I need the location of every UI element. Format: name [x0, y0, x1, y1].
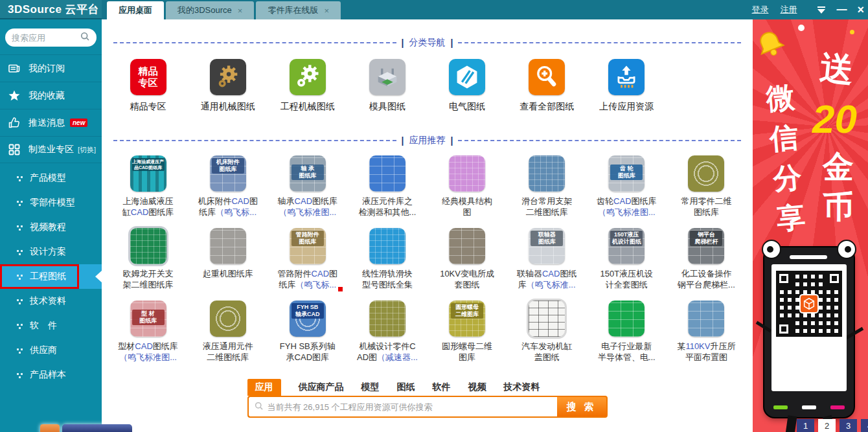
- app-tile-10[interactable]: 管路附件 图纸库管路附件CAD图纸库（鸣飞标...: [268, 228, 347, 290]
- app-tile-0[interactable]: 上海油威液压产 品CAD图纸库上海油威液压缸CAD图纸库: [108, 155, 188, 218]
- app-icon: 管路附件 图纸库: [290, 228, 326, 264]
- app-label-line1: 滑台常用支架: [521, 196, 572, 207]
- pagination-page-1[interactable]: 1: [797, 419, 814, 432]
- collapse-icon[interactable]: [817, 6, 825, 14]
- sidebar-sub-item-2[interactable]: 视频教程: [0, 215, 102, 240]
- electric-icon: [449, 59, 485, 95]
- app-tile-7[interactable]: 常用零件二维图纸库: [667, 155, 746, 218]
- app-tile-5[interactable]: 滑台常用支架二维图纸库: [507, 155, 587, 218]
- sidebar-item-label: 制造业专区: [29, 144, 74, 155]
- minimize-icon[interactable]: —: [836, 4, 846, 16]
- search-input[interactable]: [268, 402, 552, 412]
- sidebar-sub-item-3[interactable]: 设计方案: [0, 240, 102, 264]
- app-tile-16[interactable]: 型 材 图纸库型材CAD图纸库（鸣飞标准图...: [108, 301, 188, 363]
- register-link[interactable]: 注册: [780, 4, 797, 16]
- search-tab-5[interactable]: 视频: [468, 381, 486, 393]
- app-tile-18[interactable]: FYH SB 轴承CADFYH SB系列轴承CAD图库: [268, 301, 347, 363]
- sidebar-sub-item-0[interactable]: 产品模型: [0, 166, 102, 190]
- search-tab-1[interactable]: 供应商产品: [299, 381, 344, 393]
- app-tile-23[interactable]: 某110KV升压所平面布置图: [667, 301, 746, 363]
- app-label: 圆形螺母二维图库: [442, 341, 492, 363]
- app-icon: 齿 轮 图纸库: [608, 155, 645, 192]
- app-tile-21[interactable]: 汽车发动机缸盖图纸: [507, 301, 587, 363]
- sidebar-item-2[interactable]: 推送消息new: [0, 109, 102, 136]
- sidebar-item-0[interactable]: 我的订阅: [0, 54, 102, 82]
- confetti-dot: [798, 25, 805, 31]
- app-tile-15[interactable]: 钢平台 爬梯栏杆化工设备操作钢平台爬梯栏...: [667, 228, 746, 290]
- sidebar-sub-item-5[interactable]: 技术资料: [0, 289, 102, 313]
- app-tile-2[interactable]: 轴 承 图纸库轴承CAD图纸库（鸣飞标准图...: [268, 155, 347, 218]
- sidebar-search-input[interactable]: [12, 33, 80, 43]
- app-tile-19[interactable]: 机械设计零件CAD图（减速器...: [347, 301, 427, 363]
- app-label-line2: 图库: [442, 352, 492, 363]
- app-label-line2: 库（鸣飞标准...: [517, 279, 577, 290]
- premium-icon: 精品 专区: [130, 59, 166, 95]
- app-icon: 上海油威液压产 品CAD图纸库: [130, 155, 166, 192]
- category-item-0[interactable]: 精品 专区精品专区: [108, 59, 188, 113]
- app-tile-4[interactable]: 经典模具结构图: [428, 155, 507, 218]
- close-icon[interactable]: ×: [857, 3, 864, 17]
- category-item-2[interactable]: 工程机械图纸: [268, 59, 347, 113]
- category-item-1[interactable]: 通用机械图纸: [188, 59, 268, 113]
- tab-close-icon[interactable]: ×: [238, 6, 243, 16]
- app-label: 150T液压机设计全套图纸: [600, 268, 653, 290]
- login-link[interactable]: 登录: [751, 4, 768, 16]
- app-tile-14[interactable]: 150T液压 机设计图纸150T液压机设计全套图纸: [587, 228, 667, 290]
- app-tile-13[interactable]: 联轴器 图纸库联轴器CAD图纸库（鸣飞标准...: [507, 228, 587, 290]
- app-tile-20[interactable]: 圆形螺母 二维图库圆形螺母二维图库: [428, 301, 507, 363]
- gears-white-icon: [290, 59, 326, 95]
- pagination-page-2[interactable]: 2: [818, 419, 836, 432]
- app-tile-22[interactable]: 电子行业最新半导体管、电...: [587, 301, 667, 363]
- pagination-page-3[interactable]: 3: [839, 419, 857, 432]
- app-tile-1[interactable]: 机床附件 图纸库机床附件CAD图纸库（鸣飞标...: [188, 155, 268, 218]
- app-icon: [608, 301, 645, 337]
- app-tile-9[interactable]: 起重机图纸库: [188, 228, 268, 290]
- sidebar-sub-item-8[interactable]: 产品样本: [0, 363, 102, 387]
- category-item-6[interactable]: 上传应用资源: [587, 59, 667, 113]
- app-label-line1: 管路附件CAD图: [278, 268, 337, 279]
- sidebar-sub-item-6[interactable]: 软 件: [0, 313, 102, 338]
- app-label-line1: 型材CAD图纸库: [118, 341, 177, 352]
- app-tile-11[interactable]: 线性滑轨滑块型号图纸全集: [347, 228, 427, 290]
- app-tile-12[interactable]: 10KV变电所成套图纸: [428, 228, 507, 290]
- sidebar-item-1[interactable]: 我的收藏: [0, 82, 102, 109]
- category-item-3[interactable]: 模具图纸: [347, 59, 427, 113]
- app-label-line1: 化工设备操作: [678, 268, 735, 279]
- promo-banner[interactable]: 微信分享 送 20 金 币 1234: [753, 19, 868, 432]
- category-item-5[interactable]: 查看全部图纸: [507, 59, 587, 113]
- sidebar-ad-banner[interactable]: [40, 424, 132, 432]
- sidebar-sub-item-1[interactable]: 零部件模型: [0, 190, 102, 215]
- search-tab-0[interactable]: 应用: [247, 379, 281, 396]
- sidebar-sub-item-4[interactable]: 工程图纸: [0, 264, 102, 289]
- search-tab-6[interactable]: 技术资料: [504, 381, 540, 393]
- app-tile-17[interactable]: 液压通用元件二维图纸库: [188, 301, 268, 363]
- banner-word-give: 送: [817, 45, 856, 93]
- app-tile-6[interactable]: 齿 轮 图纸库齿轮CAD图纸库（鸣飞标准图...: [587, 155, 667, 218]
- bullet-icon: [17, 348, 19, 350]
- tab-2[interactable]: 零件库在线版×: [256, 1, 341, 19]
- app-label: 型材CAD图纸库（鸣飞标准图...: [118, 341, 177, 363]
- category-item-4[interactable]: 电气图纸: [428, 59, 507, 113]
- sidebar-item-3[interactable]: 制造业专区[切换]: [0, 136, 102, 163]
- app-label-line2: 二维图纸库: [203, 352, 253, 363]
- tab-1[interactable]: 我的3DSource×: [166, 1, 254, 19]
- switch-suffix[interactable]: [切换]: [78, 145, 96, 155]
- app-icon-caption: 圆形螺母 二维图库: [451, 303, 483, 319]
- tab-close-icon[interactable]: ×: [324, 6, 329, 16]
- search-tab-4[interactable]: 软件: [433, 381, 451, 393]
- category-label: 查看全部图纸: [520, 101, 574, 113]
- pagination-page-4[interactable]: 4: [861, 419, 868, 432]
- search-input-wrap: [249, 397, 557, 416]
- app-icon: 联轴器 图纸库: [529, 228, 565, 264]
- search-button[interactable]: 搜 索: [557, 397, 606, 416]
- app-icon-caption: 轴 承 图纸库: [291, 165, 324, 180]
- sidebar-sub-item-7[interactable]: 供应商: [0, 338, 102, 363]
- app-tile-8[interactable]: 欧姆龙开关支架二维图纸库: [108, 228, 188, 290]
- app-label-line2: 缸CAD图纸库: [122, 207, 174, 218]
- premium-tile-text: 精品 专区: [130, 65, 166, 89]
- app-label-line2: 型号图纸全集: [362, 279, 413, 290]
- search-tab-2[interactable]: 模型: [361, 381, 380, 393]
- app-tile-3[interactable]: 液压元件库之检测器和其他...: [347, 155, 427, 218]
- tab-0[interactable]: 应用桌面: [107, 1, 164, 19]
- search-tab-3[interactable]: 图纸: [397, 381, 415, 393]
